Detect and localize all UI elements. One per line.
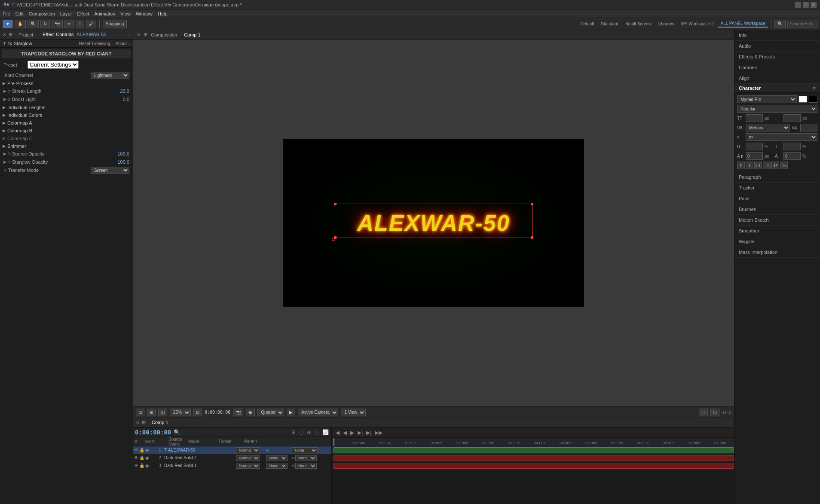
- pen-tool[interactable]: ✏: [64, 20, 74, 28]
- workspace-libraries[interactable]: Libraries: [655, 21, 676, 27]
- layer-name-1[interactable]: ALEXWAR-50: [168, 448, 236, 452]
- motion-sketch-section[interactable]: Motion Sketch: [734, 215, 820, 226]
- color-btn[interactable]: ◉: [246, 409, 255, 416]
- layer-solo-icon-2[interactable]: ◉: [145, 455, 149, 460]
- prev-frame-btn[interactable]: ◀: [342, 429, 348, 437]
- menu-window[interactable]: Window: [136, 11, 153, 16]
- layer-row[interactable]: 👁 🔒 ◉ 1 T ALEXWAR-50 Normal: [133, 446, 331, 454]
- quality-dropdown[interactable]: Quarter: [257, 409, 284, 416]
- go-end-btn[interactable]: ▶|: [365, 429, 372, 437]
- layer-eye-icon-2[interactable]: 👁: [134, 455, 138, 460]
- layer-row[interactable]: 👁 🔒 ◉ 2 Dark Red Solid 2 Normal: [133, 454, 331, 462]
- search-layer-btn[interactable]: 🔍: [173, 428, 181, 436]
- workspace-all-panel[interactable]: ALL PANEL Workspace: [718, 20, 768, 27]
- minimize-button[interactable]: ─: [795, 2, 801, 8]
- snapshot-btn[interactable]: 📷: [233, 409, 243, 416]
- bold-btn[interactable]: T: [737, 162, 745, 169]
- colormap-a-section[interactable]: ▶ Colormap A: [2, 119, 131, 127]
- workspace-default[interactable]: Default: [578, 21, 597, 27]
- comp1-timeline-tab[interactable]: Comp 1: [148, 419, 172, 426]
- individual-colors-section[interactable]: ▶ Individual Colors: [2, 111, 131, 119]
- zoom-tool[interactable]: 🔍: [28, 20, 39, 28]
- toggle-transparency-btn[interactable]: ◫: [158, 409, 167, 416]
- effects-presets-section[interactable]: Effects & Presets: [734, 52, 820, 62]
- next-frame-btn[interactable]: ▶|: [357, 429, 364, 437]
- fill-color-swatch[interactable]: [799, 96, 807, 103]
- layer-mode-select-1[interactable]: Normal: [236, 447, 260, 453]
- workspace-standard[interactable]: Standard: [598, 21, 621, 27]
- stroke-color-swatch[interactable]: [809, 96, 817, 103]
- horiz-scale-input[interactable]: 100: [783, 143, 801, 150]
- close-icon[interactable]: ✕: [3, 32, 6, 37]
- play-btn[interactable]: ▶: [349, 429, 355, 437]
- layer-eye-icon-3[interactable]: 👁: [134, 463, 138, 468]
- tsume-input[interactable]: [783, 152, 801, 160]
- transfer-mode-dropdown[interactable]: Screen: [91, 167, 129, 174]
- layer-switch-btn[interactable]: ⊞: [291, 428, 297, 436]
- tracker-section[interactable]: Tracker: [734, 183, 820, 193]
- menu-layer[interactable]: Layer: [60, 11, 72, 16]
- maximize-button[interactable]: □: [803, 2, 809, 8]
- individual-lengths-section[interactable]: ▶ Individual Lengths: [2, 104, 131, 111]
- leading-input[interactable]: 160: [783, 114, 801, 122]
- graph-editor-btn[interactable]: 📈: [321, 428, 330, 436]
- layer-lock-icon[interactable]: 🔒: [139, 448, 144, 452]
- draft-3d-btn[interactable]: ⬡: [710, 409, 719, 416]
- comp-menu-icon[interactable]: ≡: [728, 32, 731, 37]
- font-style-select[interactable]: Regular: [737, 105, 817, 113]
- workspace-my[interactable]: MY Workspace 2: [679, 21, 716, 27]
- layer-name-2[interactable]: Dark Red Solid 2: [164, 455, 236, 460]
- project-tab[interactable]: Project: [15, 31, 37, 38]
- render-btn[interactable]: ▶: [287, 409, 295, 416]
- layer-mode-select-3[interactable]: Normal: [236, 463, 260, 469]
- align-select[interactable]: px: [746, 133, 817, 141]
- kerning-select[interactable]: Metrics: [746, 124, 790, 131]
- brush-tool[interactable]: 🖌: [86, 20, 96, 28]
- info-section[interactable]: Info: [734, 30, 820, 41]
- smallcaps-btn[interactable]: Tt: [763, 162, 771, 169]
- layer-parent-select-1[interactable]: None: [292, 447, 318, 453]
- draft-btn[interactable]: ◌: [298, 428, 304, 436]
- allcaps-btn[interactable]: TT: [754, 162, 762, 169]
- licensing-btn[interactable]: Licensing...: [92, 41, 114, 46]
- close-icon-comp[interactable]: ✕: [137, 32, 140, 37]
- about-btn[interactable]: About...: [116, 41, 130, 46]
- baseline-input[interactable]: [746, 152, 763, 160]
- font-family-select[interactable]: Myriad Pro: [737, 95, 797, 103]
- brushes-section[interactable]: Brushes: [734, 204, 820, 215]
- streak-length-value[interactable]: 20,0: [112, 89, 129, 94]
- text-tool[interactable]: T: [76, 20, 84, 28]
- grid-btn[interactable]: ⊞: [147, 409, 156, 416]
- layer-solo-icon-3[interactable]: ◉: [145, 463, 149, 468]
- comp-text-layer[interactable]: ALEXWAR-50: [357, 210, 510, 236]
- rotate-tool[interactable]: ↻: [40, 20, 50, 28]
- menu-effect[interactable]: Effect: [77, 11, 89, 16]
- select-tool[interactable]: ▼: [3, 20, 13, 28]
- search-input[interactable]: [787, 21, 817, 27]
- subscript-btn[interactable]: T₂: [780, 162, 788, 169]
- menu-help[interactable]: Help: [158, 11, 168, 16]
- menu-composition[interactable]: Composition: [29, 11, 55, 16]
- current-time-display[interactable]: 0:00:00:00: [135, 429, 171, 436]
- motion-blur-tl-btn[interactable]: ◌: [314, 428, 320, 436]
- zoom-dropdown[interactable]: 25%: [170, 409, 191, 416]
- layer-trkmat-select-2[interactable]: None: [266, 455, 288, 461]
- boost-light-value[interactable]: 0,0: [112, 97, 129, 102]
- layer-lock-icon-3[interactable]: 🔒: [139, 463, 144, 468]
- smoother-section[interactable]: Smoother: [734, 226, 820, 236]
- vert-scale-input[interactable]: 100: [746, 143, 763, 150]
- track-2[interactable]: [332, 454, 734, 462]
- superscript-btn[interactable]: T²: [771, 162, 779, 169]
- close-icon-timeline[interactable]: ✕: [136, 420, 139, 425]
- layer-parent-select-2[interactable]: None: [295, 455, 317, 461]
- panel-menu-icon[interactable]: ≡: [128, 32, 130, 37]
- tracking-input[interactable]: 0: [800, 124, 817, 131]
- colormap-c-section[interactable]: ▶ Colormap C: [2, 134, 131, 142]
- layer-trkmat-select-3[interactable]: None: [266, 463, 288, 469]
- frame-blend-btn[interactable]: ≋: [306, 428, 312, 436]
- layer-lock-icon-2[interactable]: 🔒: [139, 455, 144, 460]
- libraries-section[interactable]: Libraries: [734, 62, 820, 73]
- fit-btn[interactable]: ⊡: [193, 409, 202, 416]
- layer-eye-icon[interactable]: 👁: [134, 448, 138, 452]
- reset-btn[interactable]: Reset: [79, 41, 90, 46]
